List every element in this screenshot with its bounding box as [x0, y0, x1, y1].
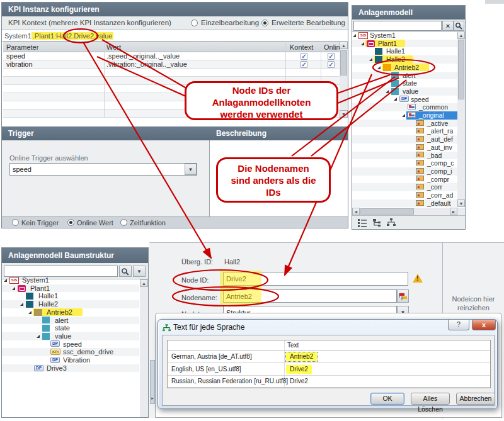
checkbox-online[interactable]: ✓ [328, 53, 335, 60]
dialog-help-button[interactable]: ? [448, 320, 469, 330]
tree-item-aut_inv[interactable]: _aut_inv [352, 143, 457, 152]
scroll-up-icon[interactable]: ▲ [340, 42, 348, 49]
anlagenmodell-search-input[interactable] [353, 21, 442, 31]
tree-view-icon[interactable] [372, 218, 382, 230]
dropdown-arrow-icon[interactable]: ▼ [185, 164, 197, 175]
nodename-input[interactable]: Antrieb2 [223, 289, 397, 303]
tree-item-halle1[interactable]: Halle1 [352, 47, 457, 55]
kpi-table-row[interactable]: speed.speed:_original.._value✓✓ [3, 52, 340, 60]
tree-item-common[interactable]: _common [352, 103, 457, 111]
tree-item-default[interactable]: _default [352, 199, 457, 208]
tree-item-speed[interactable]: DPspeed [2, 340, 139, 349]
checkbox-kontext[interactable]: ✓ [301, 53, 307, 60]
kpi-table-row[interactable] [3, 69, 340, 77]
baumstruktur-search-input[interactable] [4, 266, 118, 277]
tree-item-plant1[interactable]: Plant1 [2, 284, 139, 293]
scrollbar-thumb[interactable] [360, 208, 414, 215]
search-icon[interactable] [454, 21, 464, 31]
node-id-input[interactable]: Drive2 [223, 272, 408, 286]
scroll-down-icon[interactable]: ▼ [340, 110, 348, 118]
tree-item-comp_i[interactable]: _comp_i [352, 167, 457, 176]
abbrechen-button[interactable]: Abbrechen [456, 393, 495, 405]
tree-item-drive3[interactable]: DPDrive3 [2, 364, 139, 373]
scroll-up-icon[interactable]: ▲ [457, 31, 465, 39]
alles-loeschen-button[interactable]: Alles Löschen [411, 393, 450, 405]
baumstruktur-vscrollbar[interactable] [140, 279, 148, 417]
tree-item-vibration[interactable]: DPVibration [2, 356, 139, 364]
radio-kein-trigger-label[interactable]: Kein Trigger [21, 219, 59, 227]
tree-item-speed[interactable]: DPspeed [352, 96, 457, 104]
language-text-value[interactable]: Drive2 [286, 365, 312, 374]
list-view-icon[interactable] [357, 218, 367, 230]
tree-item-corr[interactable]: _corr [352, 183, 457, 191]
expand-arrow-icon[interactable] [20, 303, 23, 306]
scroll-up-icon[interactable]: ▲ [140, 279, 148, 287]
tree-item-ssc_demo_drive[interactable]: KPIssc_demo_drive [2, 348, 139, 356]
tree-item-original[interactable]: _original [352, 111, 457, 120]
scroll-down-icon[interactable]: ▼ [457, 199, 465, 207]
checkbox-kontext[interactable]: ✓ [301, 61, 307, 68]
tree-item-aut_def[interactable]: _aut_def [352, 135, 457, 143]
tree-item-system1[interactable]: SISSystem1 [2, 276, 139, 284]
radio-online-wert-label[interactable]: Online Wert [77, 219, 113, 227]
language-text-value[interactable]: Drive2 [286, 377, 312, 386]
tree-item-active[interactable]: _active [352, 120, 457, 128]
radio-einzelbearbeitung-label[interactable]: Einzelbearbeitung [201, 19, 259, 26]
expand-arrow-icon[interactable] [377, 66, 381, 69]
checkbox-online[interactable]: ✓ [328, 61, 335, 68]
expand-arrow-icon[interactable] [402, 114, 405, 117]
radio-erweiterte-bearbeitung[interactable] [261, 20, 268, 26]
dialog-close-icon[interactable]: x [472, 320, 496, 330]
tree-item-alert[interactable]: alert [2, 317, 139, 325]
language-row[interactable]: German, Austria [de_AT.utf8]Antrieb2 [168, 351, 490, 363]
tree-item-corr_ad[interactable]: _corr_ad [352, 191, 457, 199]
expand-arrow-icon[interactable] [4, 279, 7, 282]
language-row[interactable]: English, US [en_US.utf8]Drive2 [168, 364, 490, 376]
search-options-dropdown-icon[interactable]: ▼ [133, 266, 146, 277]
tree-item-value[interactable]: value [352, 87, 457, 96]
search-icon[interactable] [119, 266, 132, 277]
translate-languages-icon[interactable] [397, 289, 409, 303]
expand-arrow-icon[interactable] [353, 34, 356, 37]
tree-item-state[interactable]: state [352, 79, 457, 87]
org-view-icon[interactable] [386, 218, 396, 230]
radio-erweiterte-bearbeitung-label[interactable]: Erweiterte Bearbeitung [272, 19, 345, 26]
tree-item-antrieb2[interactable]: Antrieb2 [352, 64, 457, 72]
tree-item-bad[interactable]: _bad [352, 152, 457, 160]
tree-item-value[interactable]: value [2, 332, 139, 340]
tree-item-plant1[interactable]: Plant1 [352, 40, 457, 48]
expand-arrow-icon[interactable] [369, 58, 372, 61]
tree-item-compr[interactable]: _compr [352, 176, 457, 184]
tree-item-alert[interactable]: alert [352, 72, 457, 80]
tree-item-state[interactable]: state [2, 324, 139, 332]
tree-item-halle1[interactable]: Halle1 [2, 292, 139, 300]
language-row[interactable]: Russian, Russian Federation [ru_RU.utf8]… [168, 376, 490, 388]
language-text-value[interactable]: Antrieb2 [286, 352, 317, 361]
scroll-left-icon[interactable]: ◄ [352, 208, 360, 215]
col-header-wert[interactable]: Wert [106, 43, 121, 51]
expand-arrow-icon[interactable] [37, 335, 40, 338]
radio-online-wert[interactable] [67, 219, 74, 226]
tree-item-alert_ra[interactable]: _alert_ra [352, 127, 457, 135]
radio-zeitfunktion-label[interactable]: Zeitfunktion [130, 219, 166, 227]
ok-button[interactable]: OK [370, 393, 404, 405]
kpi-table-row[interactable]: vibration.vibration:_original.._value✓✓ [3, 60, 340, 69]
expand-arrow-icon[interactable] [386, 90, 389, 93]
col-header-parameter[interactable]: Parameter [6, 43, 38, 51]
tree-item-halle2[interactable]: Halle2 [2, 300, 139, 308]
online-trigger-dropdown[interactable]: speed [9, 163, 197, 176]
clear-search-icon[interactable]: × [442, 21, 454, 31]
radio-zeitfunktion[interactable] [120, 219, 127, 226]
tree-item-halle2[interactable]: Halle2 [352, 55, 457, 64]
tree-item-antrieb2[interactable]: Antrieb2 [2, 308, 139, 317]
tree-item-system1[interactable]: SISSystem1 [352, 31, 457, 40]
splitter-handle[interactable]: ▸ [150, 360, 155, 404]
expand-arrow-icon[interactable] [394, 98, 397, 101]
radio-einzelbearbeitung[interactable] [191, 20, 198, 26]
scrollbar-thumb[interactable] [340, 50, 347, 76]
expand-arrow-icon[interactable] [12, 287, 15, 290]
col-header-kontext[interactable]: Kontext [290, 43, 313, 51]
expand-arrow-icon[interactable] [28, 311, 32, 314]
tree-item-comp_c[interactable]: _comp_c [352, 159, 457, 167]
expand-arrow-icon[interactable] [361, 42, 364, 45]
